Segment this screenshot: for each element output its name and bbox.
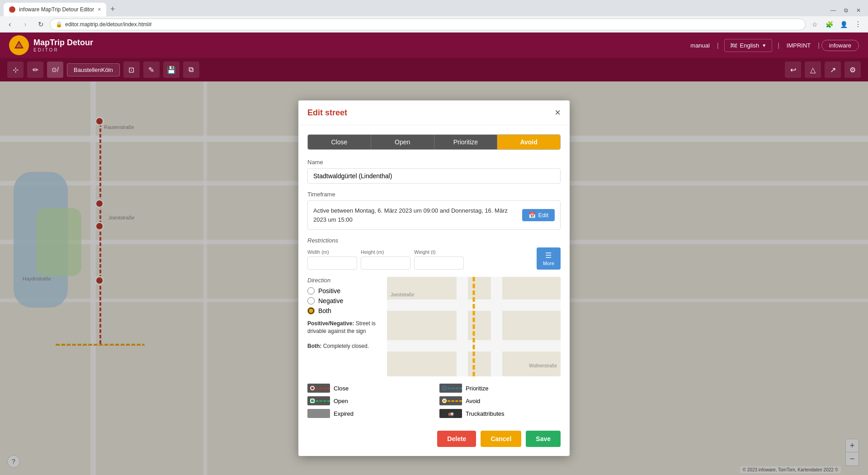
tool-box-button[interactable]: ⊡ [123,62,140,78]
map-preview: Joeststraße Wullnerstraße [387,277,561,376]
close-button[interactable]: ✕ [853,6,864,14]
imprint-link[interactable]: IMPRINT [781,39,816,52]
timeframe-text: Active between Montag, 6. März 2023 um 0… [313,206,522,224]
radio-negative[interactable]: Negative [307,297,380,304]
tool-select-button[interactable]: ⊹ [7,62,24,78]
direction-description: Positive/Negative: Street is drivable ag… [307,320,380,350]
height-input[interactable] [361,256,410,270]
timeframe-group: Timeframe Active between Montag, 6. März… [307,191,561,230]
bookmark-button[interactable]: ☆ [808,18,821,31]
legend-close-label: Close [334,385,349,392]
more-icon: ☰ [545,251,552,260]
lang-label: English [740,42,760,49]
radio-negative-label: Negative [318,297,343,304]
logo-text-group: MapTrip Detour EDITOR [33,38,93,52]
cancel-button[interactable]: Cancel [481,431,521,447]
app-logo: MapTrip Detour EDITOR [9,35,93,55]
radio-positive-input[interactable] [307,287,315,294]
timeframe-label: Timeframe [307,191,561,198]
address-bar-row: ‹ › ↻ 🔒 editor.maptrip.de/detour/index.h… [0,16,868,33]
lang-selector[interactable]: 🇬🇧 English ▼ [724,39,773,52]
new-tab-button[interactable]: + [106,4,119,16]
more-button[interactable]: ☰ More [537,247,561,270]
toolbar-export-button[interactable]: ↗ [825,62,841,78]
reload-button[interactable]: ↻ [34,18,47,31]
browser-chrome: infoware MapTrip Detour Editor × + — ⧉ ✕… [0,0,868,33]
tab-prioritize-label: Prioritize [453,138,478,146]
delete-button[interactable]: Delete [437,431,476,447]
tab-bar: infoware MapTrip Detour Editor × + — ⧉ ✕ [0,0,868,16]
toolbar-settings-button[interactable]: ⚙ [844,62,861,78]
new-tab-icon: + [110,5,115,14]
tab-avoid[interactable]: Avoid [497,135,560,149]
tab-close-label: Close [331,138,347,146]
active-tab[interactable]: infoware MapTrip Detour Editor × [4,3,106,16]
legend-prioritize-label: Prioritize [466,385,489,392]
width-input[interactable] [307,256,357,270]
back-button[interactable]: ‹ [4,18,16,31]
tab-prioritize[interactable]: Prioritize [434,135,498,149]
manual-link[interactable]: manual [685,39,715,52]
forward-button[interactable]: › [19,18,32,31]
weight-input[interactable] [414,256,464,270]
logo-icon [9,35,29,55]
save-button[interactable]: Save [526,431,561,447]
preview-label-joest: Joeststraße [391,292,414,297]
restore-button[interactable]: ⧉ [840,6,852,14]
legend-icon-prioritize [439,384,462,393]
tool-draw-button[interactable]: ✏ [27,62,43,78]
tab-close[interactable]: Close [308,135,371,149]
restrictions-label: Restrictions [307,237,561,244]
radio-negative-input[interactable] [307,297,315,304]
header-divider-2: | [778,42,779,49]
toolbar: ⊹ ✏ ⊙/ BaustellenKöln ⊡ ✎ 💾 ⧉ ↩ △ ↗ ⚙ [0,58,868,81]
tab-open[interactable]: Open [371,135,434,149]
extensions-button[interactable]: 🧩 [823,18,835,31]
radio-positive[interactable]: Positive [307,287,380,294]
tab-close-icon[interactable]: × [98,6,101,13]
logo-main-text: MapTrip Detour [33,38,93,48]
legend-avoid-label: Avoid [466,398,480,404]
edit-timeframe-button[interactable]: 📅 Edit [522,209,555,221]
modal-header: Edit street × [298,100,570,125]
legend-item-prioritize: Prioritize [439,384,561,393]
weight-label: Weight (t) [414,249,464,255]
menu-button[interactable]: ⋮ [852,18,864,31]
tab-title: infoware MapTrip Detour Editor [19,6,94,13]
tool-save-button[interactable]: 💾 [163,62,179,78]
radio-both[interactable]: Both [307,307,380,314]
direction-options: Positive Negative Both [307,287,380,314]
modal-close-button[interactable]: × [555,108,561,118]
address-bar[interactable]: 🔒 editor.maptrip.de/detour/index.html# [50,19,806,30]
url-text: editor.maptrip.de/detour/index.html# [65,21,151,28]
weight-group: Weight (t) [414,249,464,270]
restrictions-row: Width (m) Height (m) Weight (t) ☰ [307,247,561,270]
edit-icon: 📅 [528,212,536,218]
desc-both-bold: Both: [307,343,321,349]
legend-open-label: Open [334,398,348,404]
restrictions-group: Restrictions Width (m) Height (m) Weight… [307,237,561,270]
tool-edit2-button[interactable]: ✎ [143,62,160,78]
more-label: More [543,261,554,266]
legend: Close Prioritize [307,384,561,418]
toolbar-undo-button[interactable]: ↩ [785,62,801,78]
header-divider-1: | [717,42,719,49]
lang-chevron-icon: ▼ [762,43,766,48]
name-label: Name [307,159,561,166]
legend-icon-truck: 🚛 [439,409,462,418]
tool-share-button[interactable]: ⧉ [183,62,199,78]
profile-button[interactable]: 👤 [837,18,850,31]
tool-edit-button[interactable]: ⊙/ [47,62,63,78]
toolbar-triangle-button[interactable]: △ [805,62,821,78]
height-label: Height (m) [361,249,410,255]
app-container: Rautenstraße Haydnstraße Joeststraße Map… [0,33,868,475]
modal-overlay: Edit street × Close Open Prioritize [0,81,868,475]
lock-icon: 🔒 [56,21,62,28]
radio-both-input[interactable] [307,307,315,314]
legend-item-close: Close [307,384,429,393]
name-input[interactable] [307,168,561,184]
legend-item-truck: 🚛 Truckattributes [439,409,561,418]
minimize-button[interactable]: — [827,6,839,14]
edit-btn-label: Edit [538,212,548,218]
radio-positive-label: Positive [318,287,340,294]
